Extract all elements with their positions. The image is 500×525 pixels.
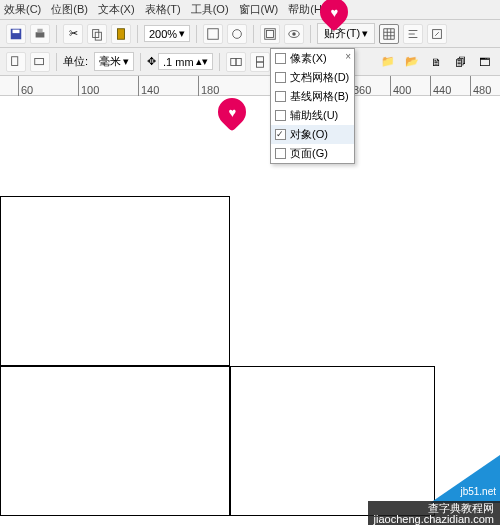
- tool-icon-2[interactable]: [227, 24, 247, 44]
- launch-icon[interactable]: [427, 24, 447, 44]
- duplicate-y-icon[interactable]: [250, 52, 270, 72]
- folder-icon[interactable]: 📁: [378, 52, 398, 72]
- menu-window[interactable]: 窗口(W): [239, 2, 279, 17]
- snap-guidelines[interactable]: 辅助线(U): [271, 106, 354, 125]
- unit-select[interactable]: 毫米▾: [94, 52, 134, 71]
- copy-icon[interactable]: [87, 24, 107, 44]
- property-bar: 单位: 毫米▾ ✥ .1 mm▴▾ 📁 📂 🗎 🗐 🗔: [0, 48, 500, 76]
- rectangle-shape[interactable]: [0, 196, 230, 366]
- page-area: [0, 96, 500, 504]
- more-icon[interactable]: 🗔: [474, 52, 494, 72]
- svg-rect-6: [118, 28, 125, 39]
- svg-rect-10: [267, 30, 274, 37]
- snap-objects[interactable]: 对象(O): [271, 125, 354, 144]
- fullscreen-icon[interactable]: [260, 24, 280, 44]
- paste-icon[interactable]: [111, 24, 131, 44]
- menu-bitmap[interactable]: 位图(B): [51, 2, 88, 17]
- svg-rect-7: [208, 28, 219, 39]
- menu-bar: 效果(C) 位图(B) 文本(X) 表格(T) 工具(O) 窗口(W) 帮助(H…: [0, 0, 500, 20]
- duplicate-x-icon[interactable]: [226, 52, 246, 72]
- chevron-down-icon: ▾: [179, 27, 185, 40]
- svg-rect-17: [236, 58, 241, 65]
- drawing-canvas[interactable]: [0, 96, 500, 504]
- close-icon[interactable]: ×: [345, 51, 351, 62]
- sheet-icon[interactable]: 🗐: [450, 52, 470, 72]
- grid-icon[interactable]: [379, 24, 399, 44]
- align-icon[interactable]: [403, 24, 423, 44]
- snap-pixel[interactable]: 像素(X): [271, 49, 354, 68]
- horizontal-ruler: 60 100 140 180 360 400 440 480: [0, 76, 500, 96]
- rectangle-shape[interactable]: [0, 366, 230, 516]
- cut-icon[interactable]: ✂: [63, 24, 83, 44]
- svg-rect-2: [36, 32, 45, 37]
- zoom-level[interactable]: 200%▾: [144, 25, 190, 42]
- open-icon[interactable]: 📂: [402, 52, 422, 72]
- snap-menu: × 像素(X) 文档网格(D) 基线网格(B) 辅助线(U) 对象(O) 页面(…: [270, 48, 355, 164]
- snap-page[interactable]: 页面(G): [271, 144, 354, 163]
- unit-label: 单位:: [63, 54, 88, 69]
- print-icon[interactable]: [30, 24, 50, 44]
- menu-effect[interactable]: 效果(C): [4, 2, 41, 17]
- svg-point-12: [292, 32, 296, 36]
- tool-icon-1[interactable]: [203, 24, 223, 44]
- menu-text[interactable]: 文本(X): [98, 2, 135, 17]
- snap-to-button[interactable]: 贴齐(T)▾: [317, 23, 375, 44]
- menu-tool[interactable]: 工具(O): [191, 2, 229, 17]
- page-orient-icon[interactable]: [6, 52, 26, 72]
- doc-icon[interactable]: 🗎: [426, 52, 446, 72]
- page-orient2-icon[interactable]: [30, 52, 50, 72]
- preview-icon[interactable]: [284, 24, 304, 44]
- snap-doc-grid[interactable]: 文档网格(D): [271, 68, 354, 87]
- svg-rect-14: [12, 56, 18, 65]
- spinner-icon: ▴▾: [196, 55, 208, 68]
- nudge-distance[interactable]: ✥ .1 mm▴▾: [147, 53, 213, 70]
- svg-rect-1: [13, 29, 20, 33]
- svg-rect-18: [256, 56, 263, 61]
- svg-rect-3: [37, 28, 42, 32]
- crosshair-icon: ✥: [147, 55, 156, 68]
- svg-rect-15: [35, 58, 44, 64]
- chevron-down-icon: ▾: [362, 27, 368, 40]
- svg-rect-19: [256, 62, 263, 67]
- save-icon[interactable]: [6, 24, 26, 44]
- svg-rect-16: [230, 58, 235, 65]
- standard-toolbar: ✂ 200%▾ 贴齐(T)▾: [0, 20, 500, 48]
- svg-point-8: [233, 29, 242, 38]
- menu-table[interactable]: 表格(T): [145, 2, 181, 17]
- chevron-down-icon: ▾: [123, 55, 129, 68]
- rectangle-shape[interactable]: [230, 366, 435, 516]
- snap-baseline-grid[interactable]: 基线网格(B): [271, 87, 354, 106]
